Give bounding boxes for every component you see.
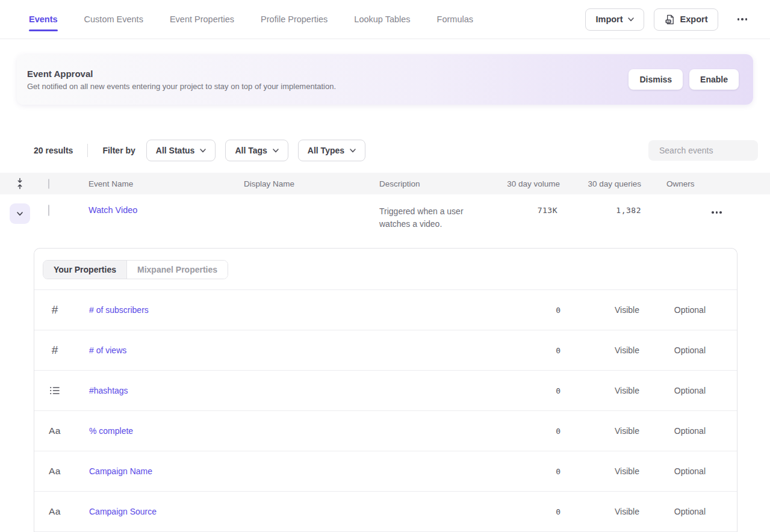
chevron-down-icon — [628, 17, 634, 22]
property-row: Aa % complete 0 Visible Optional — [34, 411, 737, 451]
property-row: Aa Campaign Name 0 Visible Optional — [34, 451, 737, 492]
dismiss-button[interactable]: Dismiss — [629, 69, 683, 90]
property-row: #hashtags 0 Visible Optional — [34, 371, 737, 411]
column-display-name: Display Name — [235, 179, 370, 188]
property-requirement: Optional — [639, 466, 737, 476]
search-input[interactable] — [659, 146, 768, 155]
tab-lookup-tables[interactable]: Lookup Tables — [354, 0, 410, 39]
collapse-all-icon[interactable] — [16, 178, 24, 190]
property-queries: 0 — [493, 507, 560, 516]
property-name-link[interactable]: #hashtags — [75, 386, 493, 395]
number-type-icon: # — [52, 303, 58, 317]
property-visibility: Visible — [560, 426, 639, 436]
search-events-box — [648, 140, 758, 161]
properties-tabs-bar: Your Properties Mixpanel Properties — [34, 249, 737, 290]
chevron-down-icon — [17, 212, 23, 216]
tags-filter-dropdown[interactable]: All Tags — [225, 140, 288, 161]
tab-formulas[interactable]: Formulas — [437, 0, 473, 39]
property-visibility: Visible — [560, 345, 639, 355]
event-volume: 713K — [494, 205, 560, 215]
chevron-down-icon — [350, 149, 356, 153]
property-requirement: Optional — [639, 507, 737, 516]
property-name-link[interactable]: % complete — [75, 426, 493, 436]
property-name-link[interactable]: Campaign Name — [75, 466, 493, 476]
row-more-options-icon[interactable] — [710, 208, 770, 217]
property-row: # # of views 0 Visible Optional — [34, 330, 737, 371]
events-table-header: Event Name Display Name Description 30 d… — [0, 173, 770, 194]
column-30-day-volume: 30 day volume — [494, 179, 560, 188]
event-name-link[interactable]: Watch Video — [67, 205, 235, 215]
filter-by-label: Filter by — [102, 146, 135, 155]
tab-events[interactable]: Events — [29, 0, 58, 39]
property-row: Aa Campaign Source 0 Visible Optional — [34, 492, 737, 532]
chevron-down-icon — [273, 149, 279, 153]
property-name-link[interactable]: # of subscribers — [75, 305, 493, 315]
property-requirement: Optional — [639, 305, 737, 315]
property-visibility: Visible — [560, 466, 639, 476]
export-button[interactable]: csv Export — [654, 8, 718, 31]
divider — [87, 144, 88, 157]
property-visibility: Visible — [560, 305, 639, 315]
property-name-link[interactable]: # of views — [75, 345, 493, 355]
property-requirement: Optional — [639, 386, 737, 395]
import-button[interactable]: Import — [585, 8, 644, 31]
property-requirement: Optional — [639, 426, 737, 436]
property-row: # # of subscribers 0 Visible Optional — [34, 290, 737, 330]
tab-your-properties[interactable]: Your Properties — [43, 261, 127, 279]
types-filter-dropdown[interactable]: All Types — [298, 140, 365, 161]
column-description: Description — [370, 179, 494, 188]
collapse-row-button[interactable] — [10, 203, 30, 224]
text-type-icon: Aa — [49, 466, 61, 477]
list-type-icon — [49, 386, 60, 395]
property-requirement: Optional — [639, 345, 737, 355]
property-queries: 0 — [493, 386, 560, 395]
more-options-icon[interactable] — [736, 14, 749, 24]
property-name-link[interactable]: Campaign Source — [75, 507, 493, 516]
banner-description: Get notified on all new events entering … — [27, 82, 336, 91]
property-queries: 0 — [493, 427, 560, 436]
property-visibility: Visible — [560, 507, 639, 516]
banner-text: Event Approval Get notified on all new e… — [27, 69, 336, 91]
svg-text:csv: csv — [666, 19, 671, 22]
property-visibility: Visible — [560, 386, 639, 395]
event-approval-banner: Event Approval Get notified on all new e… — [17, 54, 753, 105]
chevron-down-icon — [200, 149, 206, 153]
number-type-icon: # — [52, 344, 58, 357]
property-queries: 0 — [493, 306, 560, 315]
topbar-actions: Import csv Export — [585, 8, 748, 31]
event-properties-panel: Your Properties Mixpanel Properties # # … — [34, 248, 737, 532]
banner-actions: Dismiss Enable — [629, 69, 739, 90]
top-navigation-bar: Events Custom Events Event Properties Pr… — [0, 0, 770, 39]
properties-segmented-control: Your Properties Mixpanel Properties — [43, 260, 228, 279]
tab-mixpanel-properties[interactable]: Mixpanel Properties — [127, 261, 228, 279]
select-all-checkbox[interactable] — [48, 179, 49, 189]
results-count: 20 results — [34, 146, 73, 155]
event-description: Triggered when a user watches a video. — [370, 205, 479, 230]
status-filter-dropdown[interactable]: All Status — [146, 140, 216, 161]
event-row-watch-video: Watch Video Triggered when a user watche… — [0, 194, 770, 248]
column-event-name: Event Name — [67, 179, 235, 188]
row-checkbox[interactable] — [48, 205, 49, 216]
filter-toolbar: 20 results Filter by All Status All Tags… — [34, 140, 758, 161]
text-type-icon: Aa — [49, 506, 61, 517]
lexicon-tabs: Events Custom Events Event Properties Pr… — [29, 0, 473, 39]
tab-custom-events[interactable]: Custom Events — [84, 0, 143, 39]
banner-title: Event Approval — [27, 69, 336, 79]
tab-profile-properties[interactable]: Profile Properties — [261, 0, 328, 39]
column-30-day-queries: 30 day queries — [560, 179, 641, 188]
text-type-icon: Aa — [49, 425, 61, 436]
column-owners: Owners — [641, 179, 710, 188]
csv-file-icon: csv — [664, 14, 675, 25]
property-queries: 0 — [493, 346, 560, 355]
tab-event-properties[interactable]: Event Properties — [170, 0, 234, 39]
property-queries: 0 — [493, 467, 560, 476]
event-queries: 1,382 — [560, 205, 641, 215]
enable-button[interactable]: Enable — [689, 69, 739, 90]
